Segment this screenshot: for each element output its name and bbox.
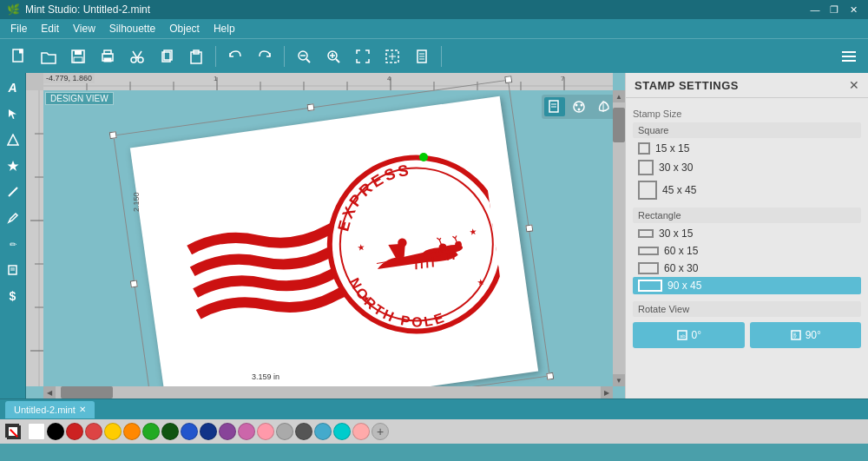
toolbar-save[interactable]: [64, 43, 92, 70]
tool-text[interactable]: A: [2, 76, 24, 99]
titlebar: 🌿 Mint Studio: Untitled-2.mint — ❐ ✕: [0, 0, 868, 19]
canvas-palette-icon[interactable]: [569, 97, 589, 116]
tool-eraser[interactable]: ✏: [2, 233, 24, 255]
svg-line-17: [306, 59, 310, 63]
canvas-leaf-icon[interactable]: [593, 97, 614, 116]
tab-close-button[interactable]: ✕: [79, 405, 86, 414]
toolbar-menu[interactable]: [835, 43, 863, 70]
tool-line[interactable]: [2, 181, 24, 203]
toolbar-zoom-selection[interactable]: [378, 43, 406, 70]
panel-close-button[interactable]: ✕: [849, 78, 859, 92]
titlebar-left: 🌿 Mint Studio: Untitled-2.mint: [7, 3, 150, 16]
canvas-area[interactable]: -4.779, 1.860 1 4 7: [26, 73, 625, 398]
menu-help[interactable]: Help: [207, 21, 242, 36]
svg-point-65: [575, 104, 578, 107]
svg-point-7: [131, 57, 136, 63]
tool-dollar[interactable]: $: [2, 285, 24, 307]
rotate-0-button[interactable]: ab 0°: [633, 322, 745, 348]
svg-line-21: [336, 59, 339, 63]
rotation-handle[interactable]: [419, 153, 428, 161]
handle-br[interactable]: [546, 372, 554, 380]
ruler-corner: -4.779, 1.860: [26, 73, 43, 90]
stamp-size-45x45[interactable]: 45 x 45: [633, 178, 861, 202]
color-add-button[interactable]: +: [372, 423, 389, 440]
color-dark-green[interactable]: [161, 423, 179, 440]
tab-untitled-2[interactable]: Untitled-2.mint ✕: [5, 401, 95, 418]
menu-file[interactable]: File: [3, 21, 34, 36]
toolbar-new[interactable]: [5, 43, 33, 70]
toolbar-copy[interactable]: [153, 43, 181, 70]
color-yellow[interactable]: [104, 423, 122, 440]
minimize-button[interactable]: —: [807, 3, 823, 16]
color-red[interactable]: [85, 423, 102, 440]
toolbar-zoom-in[interactable]: [319, 43, 347, 70]
color-orange[interactable]: [123, 423, 141, 440]
close-button[interactable]: ✕: [845, 3, 861, 16]
no-fill-indicator[interactable]: [3, 422, 23, 441]
scrollbar-horizontal[interactable]: ◀ ▶: [43, 386, 613, 398]
design-view-label: DESIGN VIEW: [45, 92, 114, 105]
tool-pointer[interactable]: [2, 102, 24, 125]
handle-mr[interactable]: [525, 224, 533, 232]
color-cyan[interactable]: [333, 423, 351, 440]
rotate-90-button[interactable]: ab 90°: [750, 322, 862, 348]
handle-tm[interactable]: [306, 103, 314, 111]
menu-object[interactable]: Object: [162, 21, 207, 36]
color-salmon[interactable]: [352, 423, 370, 440]
canvas-page-icon[interactable]: [544, 97, 565, 116]
toolbar-zoom-page[interactable]: [408, 43, 436, 70]
ruler-horizontal: 1 4 7: [43, 73, 613, 90]
stamp-icon-sq3: [638, 181, 657, 200]
toolbar-redo[interactable]: [251, 43, 279, 70]
stamp-size-60x30[interactable]: 60 x 30: [633, 260, 861, 277]
svg-line-75: [415, 260, 418, 269]
color-pink[interactable]: [257, 423, 274, 440]
maximize-button[interactable]: ❐: [826, 3, 842, 16]
menu-silhouette[interactable]: Silhouette: [102, 21, 162, 36]
svg-point-8: [138, 57, 143, 63]
color-white[interactable]: [28, 423, 45, 440]
toolbar-separator-1: [215, 46, 216, 67]
menu-view[interactable]: View: [66, 21, 102, 36]
color-dark-blue[interactable]: [200, 423, 217, 440]
handle-ml[interactable]: [130, 280, 138, 287]
toolbar-zoom-out[interactable]: [290, 43, 318, 70]
toolbar-zoom-fit[interactable]: [349, 43, 377, 70]
menu-edit[interactable]: Edit: [34, 21, 66, 36]
toolbar-cut[interactable]: [123, 43, 151, 70]
scrollbar-vertical[interactable]: ▲ ▼: [613, 90, 625, 386]
color-teal[interactable]: [314, 423, 332, 440]
stamp-size-15x15[interactable]: 15 x 15: [633, 140, 861, 157]
stamp-size-30x30[interactable]: 30 x 30: [633, 157, 861, 178]
svg-text:★: ★: [477, 277, 485, 287]
toolbar-paste[interactable]: [182, 43, 210, 70]
stamp-size-30x15[interactable]: 30 x 15: [633, 225, 861, 242]
tool-pages[interactable]: [2, 259, 24, 281]
handle-tl[interactable]: [109, 131, 117, 139]
color-black[interactable]: [47, 423, 64, 440]
toolbar-print[interactable]: [94, 43, 122, 70]
stamp-size-60x15[interactable]: 60 x 15: [633, 242, 861, 260]
toolbar-open[interactable]: [35, 43, 62, 70]
color-green[interactable]: [142, 423, 160, 440]
stamp-icon-sq2: [638, 160, 654, 175]
tool-shapes[interactable]: [2, 128, 24, 151]
toolbar-undo[interactable]: [221, 43, 249, 70]
stamp-size-90x45[interactable]: 90 x 45: [633, 277, 861, 294]
titlebar-title: Mint Studio: Untitled-2.mint: [25, 3, 150, 16]
color-pink-dark[interactable]: [238, 423, 255, 440]
stamp-size-label: Stamp Size: [633, 109, 861, 119]
toolbar-separator-2: [284, 46, 285, 67]
toolbar: [0, 38, 868, 73]
color-red-dark[interactable]: [66, 423, 83, 440]
tool-star[interactable]: [2, 155, 24, 177]
stamp-icon-r1: [638, 229, 654, 238]
stamp-icon-sq1: [638, 142, 650, 155]
color-gray[interactable]: [295, 423, 312, 440]
toolbar-right: [835, 43, 863, 70]
tool-pen[interactable]: [2, 207, 24, 229]
color-blue[interactable]: [181, 423, 198, 440]
color-light-gray[interactable]: [276, 423, 293, 440]
titlebar-controls: — ❐ ✕: [807, 3, 861, 16]
color-purple[interactable]: [219, 423, 236, 440]
